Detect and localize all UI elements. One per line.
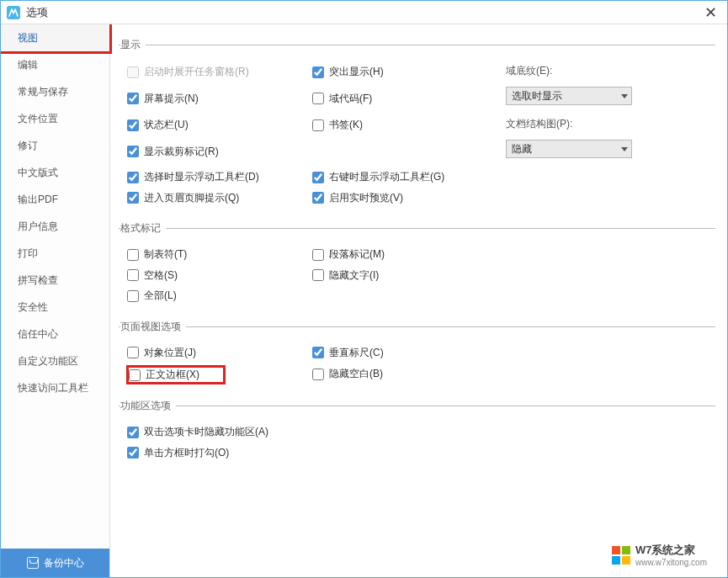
cb-highlight[interactable]: 突出显示(H) [312,65,384,79]
sidebar-item-revision[interactable]: 修订 [1,132,109,159]
cb-crop-marks[interactable]: 显示裁剪标记(R) [127,145,219,159]
cb-hidden-text[interactable]: 隐藏文字(I) [312,268,379,283]
group-format-legend: 格式标记 [120,221,166,236]
cb-dblclick-hide-ribbon[interactable]: 双击选项卡时隐藏功能区(A) [127,425,268,439]
sidebar-list: 视图 编辑 常规与保存 文件位置 修订 中文版式 输出PDF 用户信息 打印 拼… [1,24,109,549]
content-pane: 显示 启动时展开任务窗格(R) 突出显示(H) [110,24,727,577]
chevron-down-icon [621,94,628,98]
app-icon [6,5,21,20]
group-display: 显示 启动时展开任务窗格(R) 突出显示(H) [119,38,715,211]
chevron-down-icon [621,147,628,151]
sidebar-item-user-info[interactable]: 用户信息 [1,213,109,240]
cb-vertical-ruler[interactable]: 垂直标尺(C) [312,346,384,360]
sidebar-item-general-save[interactable]: 常规与保存 [1,78,109,105]
cb-hide-whitespace[interactable]: 隐藏空白(B) [312,367,383,381]
select-doc-map[interactable]: 隐藏 [506,140,632,158]
cb-object-anchors[interactable]: 对象位置(J) [127,346,196,360]
sidebar-item-customize-ribbon[interactable]: 自定义功能区 [1,347,109,374]
cb-tab-chars[interactable]: 制表符(T) [127,247,187,262]
close-button[interactable]: ✕ [693,1,727,24]
sidebar-item-chinese-layout[interactable]: 中文版式 [1,159,109,186]
cb-spaces[interactable]: 空格(S) [127,268,178,283]
cb-float-toolbar-select[interactable]: 选择时显示浮动工具栏(D) [127,170,259,184]
select-field-shading[interactable]: 选取时显示 [506,87,632,105]
group-page-view: 页面视图选项 对象位置(J) 垂直标尺(C) [119,320,715,390]
close-icon: ✕ [704,3,717,22]
window-title: 选项 [26,5,48,20]
sidebar-item-spellcheck[interactable]: 拼写检查 [1,267,109,294]
group-ribbon-legend: 功能区选项 [120,399,176,413]
group-format-marks: 格式标记 制表符(T) 段落标记(M) [119,221,715,310]
sidebar-item-print[interactable]: 打印 [1,240,109,267]
backup-label: 备份中心 [44,556,84,570]
cb-all[interactable]: 全部(L) [127,289,177,303]
group-display-legend: 显示 [120,38,146,52]
cb-status-bar[interactable]: 状态栏(U) [127,118,189,132]
cb-bookmarks[interactable]: 书签(K) [312,118,363,132]
cb-float-toolbar-rclick[interactable]: 右键时显示浮动工具栏(G) [312,170,444,184]
label-doc-map: 文档结构图(P): [506,117,572,131]
group-pageview-legend: 页面视图选项 [120,320,186,334]
sidebar-item-view[interactable]: 视图 [1,24,109,51]
sidebar-item-security[interactable]: 安全性 [1,294,109,321]
cb-header-footer-hint[interactable]: 进入页眉页脚提示(Q) [127,191,239,205]
backup-icon [27,557,39,569]
group-ribbon-options: 功能区选项 双击选项卡时隐藏功能区(A) 单击方框时打勾(O) [119,399,715,466]
cb-live-preview[interactable]: 启用实时预览(V) [312,191,403,205]
cb-text-boundaries[interactable]: 正文边框(X) [127,366,225,384]
cb-screen-tips[interactable]: 屏幕提示(N) [127,92,199,106]
backup-center-button[interactable]: 备份中心 [1,549,109,577]
sidebar-item-file-locations[interactable]: 文件位置 [1,105,109,132]
cb-startup-task-pane: 启动时展开任务窗格(R) [127,65,249,79]
sidebar-item-trust-center[interactable]: 信任中心 [1,321,109,347]
titlebar: 选项 ✕ [1,1,727,24]
sidebar-item-quick-access[interactable]: 快速访问工具栏 [1,374,109,401]
cb-para-marks[interactable]: 段落标记(M) [312,247,385,262]
cb-click-checkbox-tick[interactable]: 单击方框时打勾(O) [127,446,229,460]
sidebar-item-edit[interactable]: 编辑 [1,51,109,78]
sidebar-item-output-pdf[interactable]: 输出PDF [1,186,109,213]
label-field-shading: 域底纹(E): [506,64,552,78]
cb-field-codes[interactable]: 域代码(F) [312,92,372,106]
sidebar: 视图 编辑 常规与保存 文件位置 修订 中文版式 输出PDF 用户信息 打印 拼… [1,24,110,577]
